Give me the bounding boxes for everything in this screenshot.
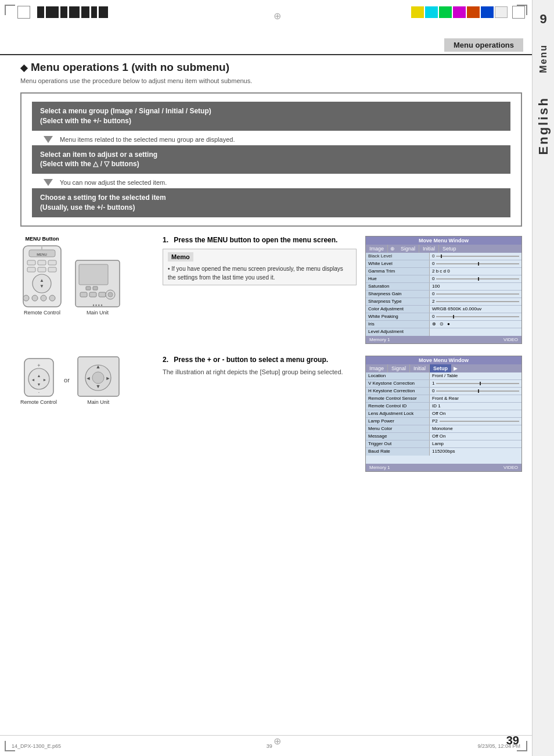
row-label: Level Adjustment xyxy=(366,328,430,336)
row-sharpness-type: Sharpness Type 2 xyxy=(366,298,521,306)
bar2 xyxy=(46,6,59,18)
svg-text:▼: ▼ xyxy=(95,384,100,389)
step3-line1: Choose a setting for the selected item xyxy=(40,193,502,203)
memo-title: Memo xyxy=(168,252,193,261)
bar3 xyxy=(60,6,67,18)
row-sharpness-gain: Sharpness Gain 0 xyxy=(366,291,521,298)
black-bars xyxy=(37,6,108,18)
diamond-icon: ◆ xyxy=(20,62,27,73)
tab-signal-2[interactable]: Signal xyxy=(388,364,410,372)
row-value: Monotone xyxy=(430,425,521,432)
svg-rect-18 xyxy=(79,264,108,285)
tab-signal-1[interactable]: Signal xyxy=(397,245,419,253)
row-menu-color: Menu Color Monotone xyxy=(366,425,521,433)
tab-arrow-2: ▶ xyxy=(451,364,460,372)
devices-col-1: MENU Button MENU ▲ ▼ xyxy=(20,236,154,317)
svg-point-25 xyxy=(108,292,113,297)
row-label: Baud Rate xyxy=(366,448,430,456)
row-label: Lamp Power xyxy=(366,418,430,425)
row-label: White Level xyxy=(366,260,430,267)
tab-setup-1[interactable]: Setup xyxy=(439,245,460,253)
menu-spacer xyxy=(366,456,521,464)
color-bar-cyan xyxy=(425,6,438,18)
header-title: Menu operations xyxy=(444,38,523,52)
row-label: Trigger Out xyxy=(366,440,430,447)
menu-footer-1: Memory 1 VIDEO xyxy=(366,336,521,343)
svg-rect-7 xyxy=(38,267,46,272)
arrow1 xyxy=(44,136,53,143)
or-label: or xyxy=(64,377,70,384)
row-label: Lens Adjustment Lock xyxy=(366,410,430,417)
row-value: Front & Rear xyxy=(430,395,521,402)
color-bar-blue xyxy=(481,6,494,18)
row-value: Front / Table xyxy=(430,372,521,379)
page-title: ◆ Menu operations 1 (with no submenu) xyxy=(20,61,522,74)
header-section: Menu operations xyxy=(0,29,532,55)
step2-line1: Select an item to adjust or a setting xyxy=(40,150,502,160)
row-value: 0 xyxy=(430,313,521,320)
crosshair-top: ⊕ xyxy=(274,10,281,22)
row-label: Sharpness Gain xyxy=(366,291,430,298)
tab-initial-2[interactable]: Initial xyxy=(410,364,430,372)
svg-point-12 xyxy=(23,295,29,301)
main-unit-col-2: ▲ ▼ ◄ ► Main Unit xyxy=(77,356,120,405)
step3-box: Choose a setting for the selected item (… xyxy=(32,188,510,217)
step1-num-label: 1. Press the MENU button to open the men… xyxy=(163,236,357,244)
menu-window-1-container: Move Menu Window Image ⊕ Signal Initial … xyxy=(365,236,522,344)
step2-desc-row: You can now adjust the selected item. xyxy=(32,177,510,188)
menu-button-label: MENU Button xyxy=(26,236,59,242)
tab-icon-1: ⊕ xyxy=(388,245,397,253)
row-level-adj: Level Adjustment xyxy=(366,328,521,336)
demo-section-1: MENU Button MENU ▲ ▼ xyxy=(20,236,522,344)
tab-image-1[interactable]: Image xyxy=(366,245,388,253)
row-value: WRGB 6500K ±0.000uv xyxy=(430,306,521,313)
color-bar-red xyxy=(467,6,480,18)
svg-rect-8 xyxy=(48,267,56,272)
row-value: Off On xyxy=(430,410,521,417)
step1-desc: Menu items related to the selected menu … xyxy=(60,136,235,143)
remote-label-2: Remote Control xyxy=(20,399,57,405)
crosshair-bottom: ⊕ xyxy=(274,736,281,747)
row-value: 0 xyxy=(430,275,521,282)
footer-center-text: 39 xyxy=(267,743,272,749)
step2-instruction: 2. Press the + or - button to select a m… xyxy=(163,356,357,377)
row-value: 1 xyxy=(430,380,521,387)
row-value: 0 xyxy=(430,388,521,395)
sidebar-english-label: English xyxy=(536,96,551,155)
svg-rect-3 xyxy=(27,260,35,265)
svg-point-13 xyxy=(32,295,38,301)
svg-rect-4 xyxy=(38,260,46,265)
row-label: Hue xyxy=(366,275,430,282)
tab-image-2[interactable]: Image xyxy=(366,364,388,372)
top-left-decoration xyxy=(17,6,108,19)
corner-mark-tl xyxy=(5,5,15,15)
row-white-peaking: White Peaking 0 xyxy=(366,313,521,321)
row-label: Menu Color xyxy=(366,425,430,432)
svg-text:♦ ♦ ♦ ♦: ♦ ♦ ♦ ♦ xyxy=(92,303,102,307)
svg-text:▼: ▼ xyxy=(37,382,41,386)
row-location: Location Front / Table xyxy=(366,372,521,380)
bar7 xyxy=(99,6,108,18)
tab-initial-1[interactable]: Initial xyxy=(419,245,439,253)
tab-setup-2[interactable]: Setup xyxy=(430,364,451,372)
step2-num-label: 2. Press the + or - button to select a m… xyxy=(163,356,357,364)
svg-rect-23 xyxy=(99,292,106,297)
devices-col-2: + ▲ ◄ ► ▼ - Remote Control or xyxy=(20,356,154,406)
row-value: Off On xyxy=(430,433,521,440)
footer-left-1: Memory 1 xyxy=(369,337,390,342)
row-label: Saturation xyxy=(366,283,430,290)
sidebar-number: 9 xyxy=(539,12,546,27)
row-label: Location xyxy=(366,372,430,379)
row-label: Gamma Trim xyxy=(366,268,430,275)
row-value: 0 xyxy=(430,260,521,267)
menu-window-1: Move Menu Window Image ⊕ Signal Initial … xyxy=(365,236,522,344)
svg-text:▼: ▼ xyxy=(39,284,44,289)
svg-text:+: + xyxy=(37,363,40,368)
row-black-level: Black Level 0 xyxy=(366,253,521,260)
svg-rect-19 xyxy=(86,286,91,290)
main-unit-svg-2: ▲ ▼ ◄ ► xyxy=(77,356,120,399)
row-gamma-trim: Gamma Trim 2 b c d 0 xyxy=(366,268,521,275)
bar6 xyxy=(91,6,97,18)
remote-svg-1: MENU ▲ ▼ xyxy=(20,243,64,310)
row-trigger: Trigger Out Lamp xyxy=(366,440,521,448)
